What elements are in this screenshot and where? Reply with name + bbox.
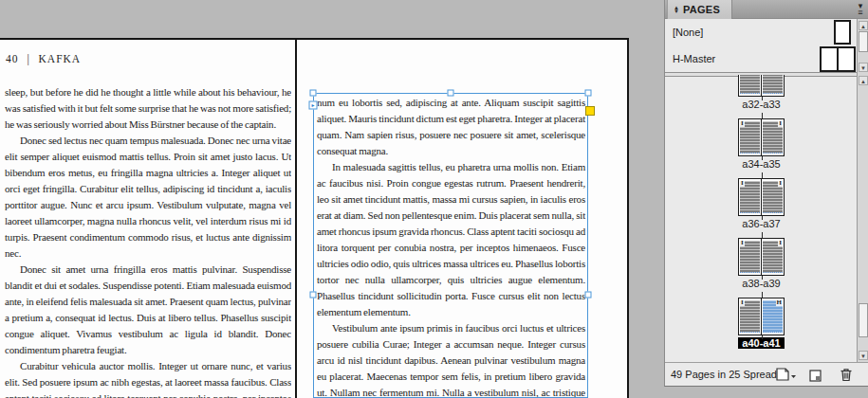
document-pasteboard: 40 | KAFKA sleep, but before he did he t… bbox=[0, 0, 664, 398]
scroll-down-icon[interactable]: ▼ bbox=[859, 63, 868, 72]
panel-status-bar: 49 Pages in 25 Spreads bbox=[665, 362, 868, 386]
master-item-none[interactable]: [None] bbox=[665, 19, 858, 45]
trash-icon[interactable] bbox=[840, 368, 853, 386]
panel-menu-icon[interactable]: ▾≡ bbox=[854, 3, 867, 16]
spread-spine-line bbox=[295, 38, 297, 398]
paragraph: num eu lobortis sed, adipiscing at ante.… bbox=[317, 95, 585, 159]
page-thumbnail[interactable]: I bbox=[738, 238, 762, 276]
new-spread-icon[interactable] bbox=[775, 367, 796, 386]
text-frame-in-port-icon[interactable]: ▸ bbox=[309, 101, 318, 110]
page-thumbnail[interactable]: I bbox=[738, 298, 762, 335]
single-page-icon bbox=[834, 20, 851, 45]
pages-panel-header: ▲▼ PAGES ▾≡ bbox=[665, 0, 868, 19]
text-frame-out-port-icon[interactable] bbox=[585, 106, 595, 116]
frame-handle-mid-right[interactable] bbox=[585, 292, 592, 298]
page-thumbnail[interactable]: I bbox=[738, 178, 762, 216]
master-letter: I bbox=[740, 180, 745, 187]
pages-panel: ▲▼ PAGES ▾≡ [None] H-Master a32-a33 bbox=[664, 0, 868, 387]
scroll-up-icon[interactable]: ▲ bbox=[859, 21, 868, 30]
master-item-h-master[interactable]: H-Master bbox=[665, 45, 858, 72]
selected-text-frame[interactable]: num eu lobortis sed, adipiscing at ante.… bbox=[313, 93, 588, 398]
master-letter: I bbox=[740, 120, 745, 127]
indesign-workspace: { "document": { "left_page": { "header":… bbox=[0, 0, 868, 398]
left-page-text-column: sleep, but before he did he thought a li… bbox=[5, 84, 291, 398]
master-name: H-Master bbox=[673, 53, 715, 64]
scrollbar-thumb[interactable] bbox=[859, 303, 868, 337]
scroll-down-icon[interactable]: ▼ bbox=[859, 351, 868, 360]
panel-collapse-icon: ▲▼ bbox=[674, 6, 679, 13]
spread-icon bbox=[820, 46, 856, 72]
master-letter: I bbox=[778, 180, 783, 187]
page-thumbnail[interactable] bbox=[762, 75, 785, 97]
scrollbar-thumb[interactable] bbox=[859, 31, 868, 52]
spread-item-a32-a33[interactable]: a32-a33 bbox=[705, 75, 819, 107]
page-thumbnail-selected[interactable]: H bbox=[762, 298, 785, 335]
page-thumbnail[interactable] bbox=[738, 75, 762, 97]
panel-title: PAGES bbox=[683, 4, 720, 15]
page-thumbnail[interactable]: I bbox=[762, 118, 785, 156]
scroll-up-icon[interactable]: ▲ bbox=[859, 76, 868, 85]
master-letter: H bbox=[776, 299, 783, 306]
spread-item-a34-a35[interactable]: I I a34-a35 bbox=[705, 118, 819, 167]
master-letter: I bbox=[740, 240, 745, 246]
frame-handle-mid-left[interactable] bbox=[310, 292, 317, 298]
page-thumbnail[interactable]: I bbox=[762, 238, 785, 276]
page-thumbnail[interactable]: I bbox=[762, 178, 785, 216]
pages-count-status: 49 Pages in 25 Spreads bbox=[671, 369, 782, 380]
new-page-icon[interactable] bbox=[809, 369, 822, 386]
paragraph: Curabitur vehicula auctor mollis. Intege… bbox=[5, 358, 291, 398]
master-letter: I bbox=[740, 299, 745, 306]
spread-item-a38-a39[interactable]: I I a38-a39 bbox=[705, 238, 819, 286]
running-header: 40 | KAFKA bbox=[6, 53, 81, 64]
page-thumbnail[interactable]: I bbox=[738, 118, 762, 156]
paragraph: In malesuada sagittis tellus, eu pharetr… bbox=[317, 159, 585, 320]
paragraph: sleep, but before he did he thought a li… bbox=[5, 84, 291, 133]
tab-pages[interactable]: ▲▼ PAGES bbox=[667, 0, 732, 19]
master-letter: I bbox=[778, 240, 783, 246]
frame-handle-top-left[interactable] bbox=[310, 90, 317, 97]
paragraph: Donec sed lectus nec quam tempus malesua… bbox=[5, 133, 291, 262]
spreads-list: a32-a33 I I a34-a35 I I a36-a37 bbox=[665, 75, 858, 362]
masters-section: [None] H-Master bbox=[665, 19, 858, 72]
panel-scrollbar[interactable]: ▲ ▼ ▲ ▼ bbox=[857, 19, 868, 362]
spread-item-a36-a37[interactable]: I I a36-a37 bbox=[705, 178, 819, 226]
master-letter: I bbox=[778, 120, 783, 127]
right-page-text-column: num eu lobortis sed, adipiscing at ante.… bbox=[314, 94, 587, 398]
frame-handle-top-center[interactable] bbox=[448, 90, 454, 97]
frame-handle-top-right[interactable] bbox=[585, 90, 592, 97]
paragraph: Donec sit amet urna fringilla eros matti… bbox=[5, 262, 291, 358]
paragraph: Vestibulum ante ipsum primis in faucibus… bbox=[317, 320, 585, 398]
master-name: [None] bbox=[673, 27, 703, 38]
spread-item-a40-a41-selected[interactable]: I H a40-a41 bbox=[705, 298, 819, 346]
